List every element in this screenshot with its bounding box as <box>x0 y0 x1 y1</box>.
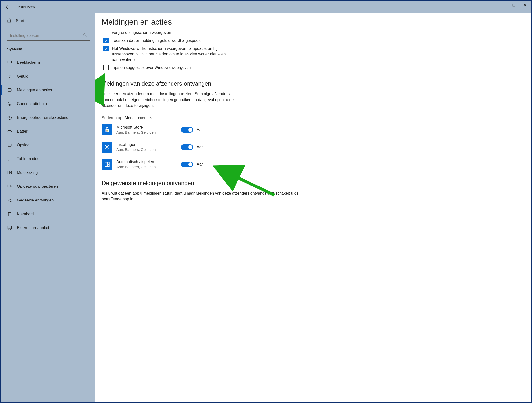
svg-line-38 <box>95 78 102 110</box>
sender-toggle-0[interactable] <box>181 127 193 133</box>
senders-heading: Meldingen van deze afzenders ontvangen <box>102 80 521 87</box>
checkbox-2[interactable] <box>103 46 109 51</box>
svg-rect-28 <box>8 226 12 229</box>
content[interactable]: Meldingen en acties vergrendelingsscherm… <box>95 13 531 402</box>
sidebar-item-display[interactable]: Beeldscherm <box>1 56 95 69</box>
svg-rect-18 <box>10 171 12 172</box>
svg-point-23 <box>10 201 11 202</box>
sidebar-item-label: Batterij <box>17 129 29 134</box>
svg-point-34 <box>106 146 108 148</box>
sidebar-item-shared[interactable]: Gedeelde ervaringen <box>1 193 95 207</box>
storage-icon <box>7 143 13 148</box>
sender-sub: Aan: Banners, Geluiden <box>116 130 178 134</box>
checkbox-label-3: Tips en suggesties over Windows weergeve… <box>112 65 191 70</box>
svg-rect-11 <box>8 131 11 132</box>
sidebar-item-sound[interactable]: Geluid <box>1 69 95 83</box>
sidebar-item-label: Op deze pc projecteren <box>17 184 58 189</box>
sender-toggle-label: Aan <box>197 162 203 167</box>
svg-line-24 <box>9 199 11 200</box>
svg-rect-32 <box>106 131 107 132</box>
checkbox-row-0: vergrendelingsscherm weergeven <box>103 30 231 35</box>
sender-tile-gear <box>102 142 112 153</box>
battery-icon <box>7 129 13 134</box>
sidebar-item-storage[interactable]: Opslag <box>1 138 95 152</box>
sidebar-item-remote[interactable]: Extern bureaublad <box>1 221 95 235</box>
svg-rect-29 <box>106 129 109 132</box>
svg-rect-1 <box>513 4 515 6</box>
sender-toggle-1[interactable] <box>181 144 193 150</box>
sidebar-item-label: Tabletmodus <box>17 157 39 161</box>
home-label: Start <box>16 19 24 23</box>
back-button[interactable] <box>1 1 13 13</box>
svg-rect-6 <box>8 61 12 63</box>
footer-heading: De gewenste meldingen ontvangen <box>102 180 521 186</box>
sidebar-item-label: Concentratiehulp <box>17 102 47 106</box>
inner-scrollbar[interactable] <box>530 33 530 148</box>
body: Start Systeem BeeldschermGeluidMeldingen… <box>1 13 531 402</box>
search-input[interactable] <box>10 33 83 38</box>
sidebar-item-power[interactable]: Energiebeheer en slaapstand <box>1 111 95 124</box>
sender-info: Instellingen Aan: Banners, Geluiden <box>116 142 178 152</box>
svg-rect-8 <box>8 88 11 91</box>
svg-rect-33 <box>107 131 108 132</box>
notify-icon <box>7 88 13 93</box>
chevron-down-icon <box>150 116 153 120</box>
svg-rect-31 <box>107 130 108 131</box>
checkbox-row-2: Het Windows-welkomstscherm weergeven na … <box>103 46 231 62</box>
checkbox-label-0: vergrendelingsscherm weergeven <box>112 30 171 35</box>
sender-toggle-label: Aan <box>197 128 203 132</box>
sidebar-item-moon[interactable]: Concentratiehulp <box>1 97 95 111</box>
sidebar: Start Systeem BeeldschermGeluidMeldingen… <box>1 13 95 402</box>
sender-row-0[interactable]: Microsoft Store Aan: Banners, Geluiden A… <box>102 124 521 135</box>
sidebar-item-label: Extern bureaublad <box>17 226 49 230</box>
shared-icon <box>7 198 13 203</box>
maximize-button[interactable] <box>508 1 519 9</box>
checkbox-row-3: Tips en suggesties over Windows weergeve… <box>103 65 231 70</box>
sidebar-item-clipboard[interactable]: Klembord <box>1 207 95 221</box>
minimize-button[interactable] <box>497 1 508 9</box>
sort-value: Meest recent <box>125 116 147 120</box>
multitask-icon <box>7 170 13 175</box>
svg-rect-35 <box>105 162 107 166</box>
checkbox-1[interactable] <box>103 38 109 43</box>
sidebar-item-battery[interactable]: Batterij <box>1 124 95 138</box>
sidebar-item-tablet[interactable]: Tabletmodus <box>1 152 95 166</box>
sender-tile-store <box>102 124 112 135</box>
checkbox-row-1: Toestaan dat bij meldingen geluid wordt … <box>103 38 231 43</box>
svg-rect-20 <box>8 185 11 187</box>
close-button[interactable] <box>519 1 531 9</box>
tablet-icon <box>7 156 13 161</box>
sender-tile-autoplay <box>102 159 112 170</box>
sidebar-item-label: Opslag <box>17 143 30 147</box>
sender-name: Automatisch afspelen <box>116 160 178 164</box>
sender-name: Microsoft Store <box>116 125 178 130</box>
sort-label: Sorteren op: <box>102 116 123 120</box>
clipboard-icon <box>7 212 13 217</box>
sidebar-item-notify[interactable]: Meldingen en acties <box>1 83 95 97</box>
titlebar: Instellingen <box>1 1 531 13</box>
checkbox-label-2: Het Windows-welkomstscherm weergeven na … <box>112 46 231 62</box>
sender-toggle-label: Aan <box>197 145 203 149</box>
sidebar-item-label: Gedeelde ervaringen <box>17 198 54 202</box>
window-controls <box>497 1 531 9</box>
settings-window: Instellingen Start <box>1 1 531 402</box>
sender-sub: Aan: Banners, Geluiden <box>116 165 178 169</box>
sender-row-2[interactable]: Automatisch afspelen Aan: Banners, Gelui… <box>102 159 521 170</box>
sidebar-item-label: Beeldscherm <box>17 60 40 65</box>
window-title: Instellingen <box>17 5 35 9</box>
sidebar-item-project[interactable]: Op deze pc projecteren <box>1 180 95 193</box>
home-button[interactable]: Start <box>1 14 95 28</box>
moon-icon <box>7 101 13 106</box>
project-icon <box>7 184 13 189</box>
sender-row-1[interactable]: Instellingen Aan: Banners, Geluiden Aan <box>102 142 521 153</box>
search-box[interactable] <box>7 31 90 41</box>
sender-toggle-2[interactable] <box>181 162 193 167</box>
checkbox-label-1: Toestaan dat bij meldingen geluid wordt … <box>112 38 202 43</box>
svg-rect-17 <box>8 171 10 174</box>
sort-dropdown[interactable]: Meest recent <box>125 116 153 120</box>
sound-icon <box>7 74 13 79</box>
sidebar-item-multitask[interactable]: Multitasking <box>1 166 95 180</box>
remote-icon <box>7 225 13 230</box>
checkbox-3[interactable] <box>103 65 109 70</box>
svg-point-21 <box>8 200 9 201</box>
